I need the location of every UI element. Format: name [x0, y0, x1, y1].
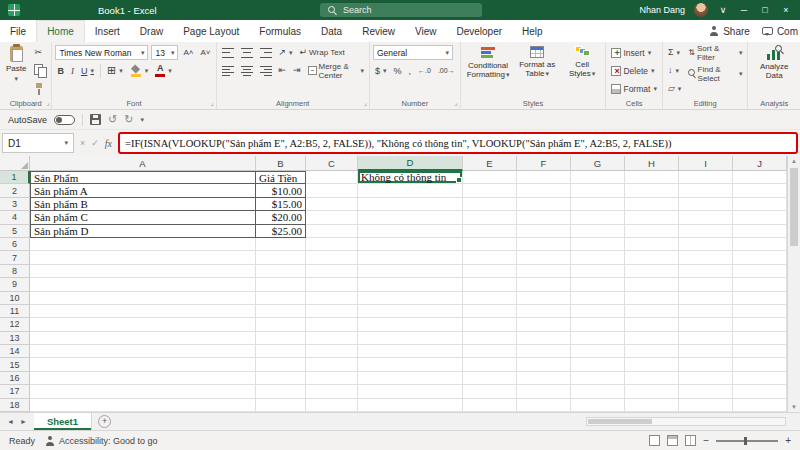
cell-A8[interactable]: [30, 265, 256, 278]
cell-B9[interactable]: [256, 278, 306, 291]
format-as-table-button[interactable]: Format as Table: [515, 45, 559, 79]
copy-button[interactable]: [32, 63, 48, 78]
number-format-combo[interactable]: General ▾: [373, 45, 453, 60]
cell-C3[interactable]: [306, 198, 358, 211]
cell-A11[interactable]: [30, 305, 256, 318]
cell-C13[interactable]: [306, 332, 358, 345]
cell-C18[interactable]: [306, 399, 358, 412]
row-header-6[interactable]: 6: [0, 238, 30, 251]
cell-G6[interactable]: [571, 238, 625, 251]
cell-I16[interactable]: [679, 372, 733, 385]
cell-G11[interactable]: [571, 305, 625, 318]
row-header-12[interactable]: 12: [0, 318, 30, 331]
scroll-down-icon[interactable]: ▼: [791, 402, 797, 412]
cell-G3[interactable]: [571, 198, 625, 211]
cell-F2[interactable]: [517, 184, 571, 197]
user-name[interactable]: Nhan Dang: [639, 5, 685, 15]
cell-H5[interactable]: [625, 225, 679, 238]
increase-font-button[interactable]: A˄: [181, 45, 195, 60]
row-header-14[interactable]: 14: [0, 345, 30, 358]
cell-C7[interactable]: [306, 251, 358, 264]
cell-E18[interactable]: [463, 399, 517, 412]
row-header-7[interactable]: 7: [0, 251, 30, 264]
cell-C6[interactable]: [306, 238, 358, 251]
cell-D13[interactable]: [358, 332, 463, 345]
vertical-scroll-track[interactable]: [788, 166, 800, 402]
comma-button[interactable]: ,: [407, 63, 414, 78]
cell-G16[interactable]: [571, 372, 625, 385]
cell-F11[interactable]: [517, 305, 571, 318]
page-break-view-button[interactable]: [685, 435, 696, 446]
analyze-data-button[interactable]: Analyze Data: [751, 45, 797, 81]
cell-H18[interactable]: [625, 399, 679, 412]
column-header-h[interactable]: H: [625, 156, 679, 171]
name-box[interactable]: D1 ▾: [2, 133, 74, 153]
currency-button[interactable]: $: [373, 63, 389, 78]
cell-A6[interactable]: [30, 238, 256, 251]
cell-E16[interactable]: [463, 372, 517, 385]
horizontal-scrollbar[interactable]: [586, 417, 786, 426]
cell-I14[interactable]: [679, 345, 733, 358]
cell-B12[interactable]: [256, 318, 306, 331]
cell-J11[interactable]: [733, 305, 787, 318]
cell-D1[interactable]: Không có thông tin: [358, 171, 463, 184]
cell-E1[interactable]: [463, 171, 517, 184]
tab-review[interactable]: Review: [352, 20, 405, 42]
align-middle-button[interactable]: [239, 45, 255, 60]
cell-A13[interactable]: [30, 332, 256, 345]
cell-D3[interactable]: [358, 198, 463, 211]
row-header-18[interactable]: 18: [0, 399, 30, 412]
cell-H4[interactable]: [625, 211, 679, 224]
tab-formulas[interactable]: Formulas: [249, 20, 311, 42]
zoom-slider-thumb[interactable]: [744, 437, 747, 445]
cell-J7[interactable]: [733, 251, 787, 264]
cell-A10[interactable]: [30, 292, 256, 305]
cell-E15[interactable]: [463, 358, 517, 371]
column-header-g[interactable]: G: [571, 156, 625, 171]
decrease-indent-button[interactable]: ⇤: [277, 63, 289, 78]
vertical-scroll-thumb[interactable]: [790, 168, 798, 246]
autosum-button[interactable]: Σ: [666, 45, 683, 60]
cell-F1[interactable]: [517, 171, 571, 184]
cell-E8[interactable]: [463, 265, 517, 278]
cell-H3[interactable]: [625, 198, 679, 211]
select-all-button[interactable]: [0, 156, 30, 171]
cell-G8[interactable]: [571, 265, 625, 278]
search-box[interactable]: Search: [320, 3, 482, 17]
cell-I9[interactable]: [679, 278, 733, 291]
formula-input[interactable]: =IF(ISNA(VLOOKUP("Sản phẩm E", A2:B5, 2,…: [118, 132, 798, 154]
increase-decimal-button[interactable]: ←.0: [416, 63, 433, 78]
cell-J8[interactable]: [733, 265, 787, 278]
cell-B17[interactable]: [256, 385, 306, 398]
cell-F13[interactable]: [517, 332, 571, 345]
cell-B18[interactable]: [256, 399, 306, 412]
paste-button[interactable]: Paste ▾: [3, 45, 29, 83]
column-header-i[interactable]: I: [679, 156, 733, 171]
cell-I1[interactable]: [679, 171, 733, 184]
row-header-2[interactable]: 2: [0, 184, 30, 197]
sort-filter-button[interactable]: ⇅ Sort & Filter: [686, 45, 744, 60]
cell-D5[interactable]: [358, 225, 463, 238]
cell-A18[interactable]: [30, 399, 256, 412]
cell-B13[interactable]: [256, 332, 306, 345]
zoom-in-button[interactable]: +: [785, 435, 791, 446]
align-right-button[interactable]: [258, 63, 274, 78]
redo-button[interactable]: ↻: [124, 114, 133, 125]
cell-J5[interactable]: [733, 225, 787, 238]
align-center-button[interactable]: [239, 63, 255, 78]
cell-D12[interactable]: [358, 318, 463, 331]
cell-J4[interactable]: [733, 211, 787, 224]
cell-I12[interactable]: [679, 318, 733, 331]
cell-H9[interactable]: [625, 278, 679, 291]
tab-home[interactable]: Home: [36, 20, 85, 42]
cell-E4[interactable]: [463, 211, 517, 224]
share-button[interactable]: Share: [709, 26, 750, 37]
merge-center-button[interactable]: Merge & Center: [306, 63, 366, 78]
vertical-scrollbar[interactable]: ▲ ▼: [787, 156, 800, 412]
cell-F10[interactable]: [517, 292, 571, 305]
cell-E2[interactable]: [463, 184, 517, 197]
clipboard-dialog-launcher[interactable]: ⌟: [46, 99, 49, 107]
cell-J9[interactable]: [733, 278, 787, 291]
cell-F3[interactable]: [517, 198, 571, 211]
cell-I18[interactable]: [679, 399, 733, 412]
